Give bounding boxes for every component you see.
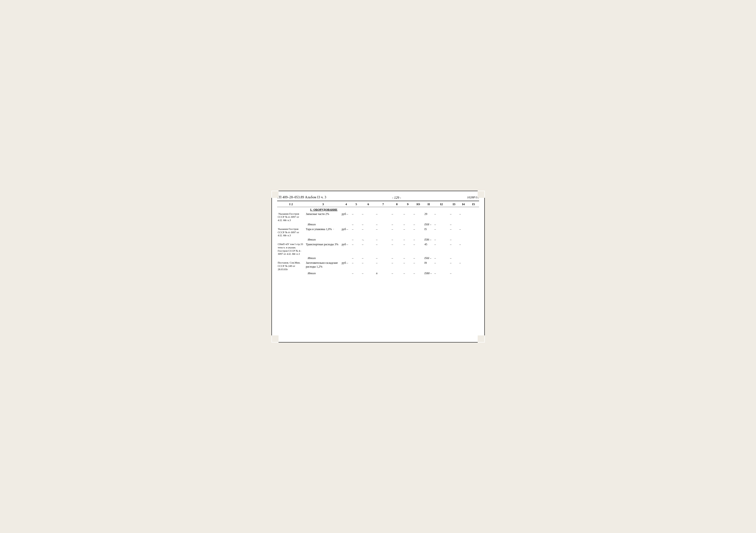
val-2-10: – (413, 227, 424, 238)
itogo-4-13: – (434, 271, 449, 276)
corner-bl (271, 335, 279, 343)
val-3-8: – (391, 242, 403, 256)
val-3-6: – (361, 242, 375, 256)
itogo-2-14: – (449, 238, 459, 242)
val-1-13: – (434, 212, 449, 222)
header-title: ТП 409–28–053.89 Альбом I3 ч. 3 (277, 195, 326, 199)
itogo-4-7: п (375, 271, 391, 276)
itogo-2-12: I5I6 – (424, 238, 434, 242)
desc-4: Заготовительно-складские расходы 1,2% (305, 261, 341, 271)
val-2-12: I5 (424, 227, 434, 238)
table-row: Указания Госстроя СССР № 4–3097 от 4.I2.… (277, 227, 479, 238)
table-row: ·Указания Госстроя СССР № 4–3097 от 4.I2… (277, 212, 479, 222)
itogo-3-9: – (403, 256, 413, 261)
val-4-12: I9 (424, 261, 434, 271)
section-header-label: I. ОБОРУДОВАНИЕ (277, 207, 479, 212)
corner-br (478, 335, 485, 343)
val-2-13: – (434, 227, 449, 238)
main-table: I 2 3 4 5 6 7 8 9 IO II I2 I3 I4 I5 I. О… (277, 202, 479, 286)
itogo-2-13: – (434, 238, 449, 242)
desc-3: Транспортные расходы 3% (305, 242, 341, 256)
val-3-15: – (459, 242, 468, 256)
val-1-14: – (449, 212, 459, 222)
itogo-row-4: Итого – – п – – – I580 – – – (277, 271, 479, 276)
itogo-3-13: – (434, 256, 449, 261)
val-4-10: – (413, 261, 424, 271)
val-4-14: – (449, 261, 459, 271)
desc-1: Запасные части 2% (305, 212, 341, 222)
itogo-3-12: I56I – (424, 256, 434, 261)
val-2-6: – (361, 227, 375, 238)
val-4-9: – (403, 261, 413, 271)
ref-2: Указания Госстроя СССР № 4–3097 от 4.I2.… (277, 227, 305, 238)
val-4-5: – (351, 261, 361, 271)
col-header-7: 7 (375, 202, 391, 207)
itogo-4-9: – (403, 271, 413, 276)
val-2-14: – (449, 227, 459, 238)
col-header-12: I2 (434, 202, 449, 207)
table-row: Постанов. Сов.Мин. СССР № 249 от 28.03.8… (277, 261, 479, 271)
itogo-label-2: Итого (305, 238, 341, 242)
val-1-12: 29 (424, 212, 434, 222)
header-page-num: - 129 - (326, 196, 467, 200)
ref-1: ·Указания Госстроя СССР № 4–3097 от 4.I2… (277, 212, 305, 222)
itogo-2-8: – (391, 238, 403, 242)
itogo-2-9: – (403, 238, 413, 242)
header: ТП 409–28–053.89 Альбом I3 ч. 3 - 129 - … (277, 195, 479, 200)
col-header-3: 3 (305, 202, 341, 207)
val-3-13: – (434, 242, 449, 256)
unit-3: руб – (341, 242, 351, 256)
val-3-7: – (375, 242, 391, 256)
document-page: ТП 409–28–053.89 Альбом I3 ч. 3 - 129 - … (271, 191, 485, 343)
val-1-6: – (361, 212, 375, 222)
itogo-1-5: – (351, 222, 361, 227)
col-header-5: 5 (351, 202, 361, 207)
header-code: 1028Р/16 (467, 195, 479, 199)
val-2-15: – (459, 227, 468, 238)
itogo-1-14: – (449, 222, 459, 227)
itogo-1-8: – (391, 222, 403, 227)
itogo-2-5: – (351, 238, 361, 242)
itogo-row-1: Итого – – – – – – I50I – – – (277, 222, 479, 227)
itogo-3-7: – (375, 256, 391, 261)
col-header-14: I4 (459, 202, 468, 207)
unit-1: руб – (341, 212, 351, 222)
ref-3: СНиП чIУ том I стр.33 техн.ч. и указан. … (277, 242, 305, 256)
val-4-8: – (391, 261, 403, 271)
column-header-row: I 2 3 4 5 6 7 8 9 IO II I2 I3 I4 I5 (277, 202, 479, 207)
itogo-1-9: – (403, 222, 413, 227)
section-header-row: I. ОБОРУДОВАНИЕ (277, 207, 479, 212)
val-3-5: – (351, 242, 361, 256)
col-header-1: I 2 (277, 202, 305, 207)
val-3-14: – (449, 242, 459, 256)
spacer-row (277, 276, 479, 286)
itogo-row-2: Итого – –. – – – – I5I6 – – – (277, 238, 479, 242)
col-header-10: IO (413, 202, 424, 207)
col-header-9: 9 (403, 202, 413, 207)
val-2-9: – (403, 227, 413, 238)
itogo-1-12: I50I – (424, 222, 434, 227)
val-4-15: – (459, 261, 468, 271)
itogo-3-10: – (413, 256, 424, 261)
val-3-12: 45 (424, 242, 434, 256)
itogo-label-3: Итого (305, 256, 341, 261)
col-header-4: 4 (341, 202, 351, 207)
desc-2: Тара и упаковка 1,0% · (305, 227, 341, 238)
itogo-3-14: – (449, 256, 459, 261)
val-4-13: – (434, 261, 449, 271)
corner-tr (478, 191, 485, 198)
itogo-3-5: – (351, 256, 361, 261)
itogo-1-7: – (375, 222, 391, 227)
itogo-1-13: – (434, 222, 449, 227)
val-1-8: – (391, 212, 403, 222)
itogo-2-6: –. (361, 238, 375, 242)
table-row: СНиП чIУ том I стр.33 техн.ч. и указан. … (277, 242, 479, 256)
unit-2: руб – (341, 227, 351, 238)
val-4-7: – (375, 261, 391, 271)
itogo-4-12: I580 – (424, 271, 434, 276)
val-2-5: – (351, 227, 361, 238)
val-3-10: – (413, 242, 424, 256)
val-2-7: – (375, 227, 391, 238)
itogo-row-3: Итого – – – – – – I56I – – – (277, 256, 479, 261)
val-1-15: – (459, 212, 468, 222)
